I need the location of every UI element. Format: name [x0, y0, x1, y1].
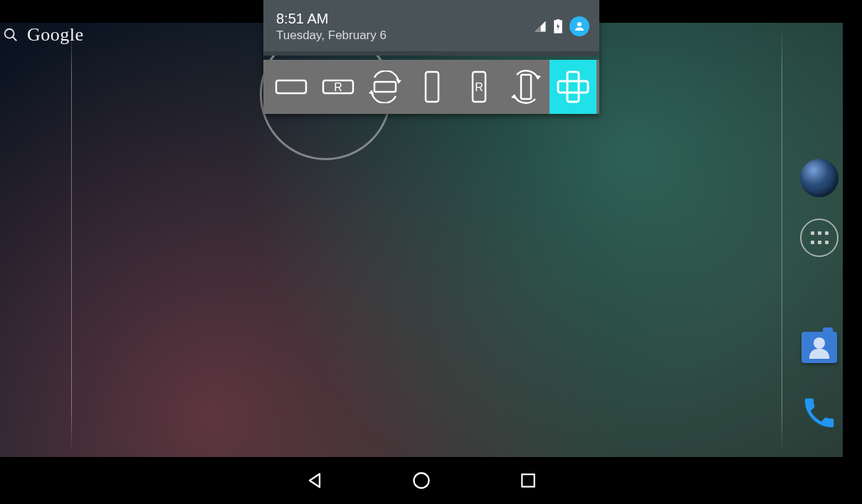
contacts-app-icon[interactable]: [799, 327, 839, 367]
svg-rect-12: [426, 72, 438, 102]
svg-point-20: [414, 473, 429, 488]
shade-header[interactable]: 8:51 AM Tuesday, February 6 !: [263, 0, 599, 51]
svg-line-1: [13, 37, 17, 41]
svg-text:!: !: [542, 23, 545, 29]
globe-icon: [800, 159, 839, 197]
cellular-signal-icon: !: [534, 20, 547, 33]
google-search-widget[interactable]: Google: [0, 24, 84, 46]
rotation-portrait-auto-button[interactable]: [503, 60, 550, 114]
rotation-control-toolbar: R R: [263, 60, 599, 114]
shade-status-icons: !: [534, 16, 589, 36]
page-divider-left: [71, 28, 72, 452]
shade-time: 8:51 AM: [276, 11, 387, 27]
browser-app-icon[interactable]: [799, 158, 839, 198]
shade-clock-block: 8:51 AM Tuesday, February 6: [276, 11, 387, 43]
rotation-landscape-reverse-button[interactable]: R: [315, 60, 362, 114]
android-home-screen: Google 8:51 AM Tuesday, February 6 !: [0, 0, 862, 504]
shade-date: Tuesday, February 6: [276, 28, 387, 43]
user-avatar-icon[interactable]: [569, 16, 589, 36]
back-icon: [305, 471, 325, 490]
svg-rect-18: [558, 81, 588, 93]
page-divider-right: [782, 28, 782, 452]
right-gutter: [843, 0, 862, 504]
dock-side-bottom: [798, 327, 841, 453]
svg-rect-19: [567, 72, 579, 102]
svg-rect-17: [521, 75, 531, 99]
rotation-full-sensor-button[interactable]: [550, 60, 596, 114]
apps-grid-icon: [800, 219, 839, 257]
contacts-icon: [801, 332, 837, 363]
home-icon: [411, 471, 431, 490]
svg-text:R: R: [334, 81, 342, 93]
svg-point-0: [5, 29, 14, 38]
dock-side-top: [798, 158, 841, 278]
svg-rect-4: [557, 19, 559, 21]
recent-apps-icon: [519, 471, 537, 490]
rotation-landscape-button[interactable]: [268, 60, 315, 114]
phone-app-icon[interactable]: [799, 393, 839, 433]
rotation-portrait-button[interactable]: [409, 60, 456, 114]
google-search-label: Google: [27, 24, 84, 46]
svg-rect-21: [522, 474, 534, 486]
nav-home-button[interactable]: [407, 466, 436, 495]
rotation-portrait-reverse-button[interactable]: R: [456, 60, 503, 114]
svg-rect-6: [276, 80, 306, 93]
battery-charging-icon: [554, 19, 562, 33]
nav-back-button[interactable]: [300, 466, 329, 495]
rotation-landscape-auto-button[interactable]: [362, 60, 409, 114]
svg-text:R: R: [475, 81, 483, 93]
search-icon: [0, 24, 21, 46]
phone-icon: [800, 394, 839, 432]
navigation-bar: [0, 457, 843, 504]
svg-rect-11: [374, 82, 396, 92]
all-apps-button[interactable]: [799, 218, 839, 258]
nav-recent-button[interactable]: [514, 466, 542, 495]
svg-point-5: [577, 22, 582, 26]
notification-shade[interactable]: 8:51 AM Tuesday, February 6 !: [263, 0, 599, 114]
